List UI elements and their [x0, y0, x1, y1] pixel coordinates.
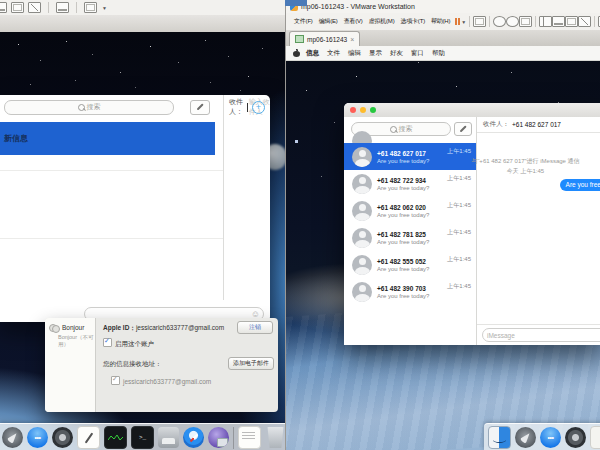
account-status: Bonjour（不可用） [45, 332, 95, 348]
selected-conversation-row[interactable]: 新信息 [0, 122, 215, 155]
add-recipient-button[interactable]: + [252, 101, 265, 114]
checkbox-checked-icon[interactable] [111, 376, 120, 385]
zoom-window-icon[interactable] [370, 107, 376, 113]
conversation-row[interactable]: +61 482 555 052 Are you free today? 上午1:… [344, 251, 476, 278]
screenshot-stage: ▼ 搜索 新信息 [0, 0, 600, 450]
menu-tabs[interactable]: 选项卡(T) [397, 17, 427, 26]
safari-icon[interactable] [183, 427, 204, 448]
message-input[interactable]: iMessage [482, 328, 600, 342]
right-messages-window: 搜索 +61 482 627 017 Are you free today? 上… [344, 103, 600, 345]
library-panel-icon[interactable] [539, 16, 552, 27]
terminal-icon[interactable]: >_ [131, 426, 154, 449]
add-email-button[interactable]: 添加电子邮件 [228, 357, 274, 370]
apple-id-value: jessicarich633777@gmail.com [136, 324, 224, 331]
vm-tab[interactable]: mp06-161243 × [289, 31, 360, 46]
right-vmware-window: mp06-161243 - VMware Workstation 文件(F) 编… [285, 0, 600, 450]
launchpad-icon[interactable] [515, 427, 536, 448]
email-address: jessicarich633777@gmail.com [123, 378, 211, 385]
email-address-row[interactable]: jessicarich633777@gmail.com [111, 376, 211, 385]
utility-app-icon[interactable] [158, 427, 179, 448]
messages-title-bar[interactable] [344, 103, 600, 118]
power-pause-icon[interactable] [455, 18, 460, 25]
partial-dock-icon[interactable] [590, 426, 600, 449]
column-divider [223, 95, 224, 300]
apple-menu-icon[interactable] [293, 49, 300, 57]
window-control-fragment [285, 0, 307, 6]
trash-icon[interactable] [265, 427, 285, 448]
close-tab-icon[interactable]: × [350, 36, 354, 43]
ctrl-alt-del-icon[interactable] [473, 16, 486, 27]
conversation-time: 上午1:45 [447, 201, 471, 210]
unity-icon[interactable] [28, 2, 41, 13]
stretch-guest-icon[interactable] [84, 2, 97, 13]
snapshot-take-icon[interactable] [493, 16, 506, 27]
close-window-icon[interactable] [350, 107, 356, 113]
messages-app-icon[interactable]: ••• [27, 427, 48, 448]
rocket-icon [6, 431, 19, 445]
left-vmware-window: ▼ 搜索 新信息 [0, 0, 285, 450]
menu-edit[interactable]: 编辑(E) [316, 17, 341, 26]
left-dock: ••• >_ [0, 423, 285, 450]
launchpad-icon[interactable] [2, 427, 23, 448]
unity-icon[interactable] [578, 16, 591, 27]
checkbox-checked-icon[interactable] [103, 338, 112, 347]
fullscreen-icon[interactable] [11, 2, 24, 13]
guest-menu-messages[interactable]: 信息 [302, 49, 323, 58]
to-field[interactable]: 收件人： +61 482 627 017 [477, 117, 600, 133]
guest-menu-file[interactable]: 文件 [323, 49, 344, 58]
conversation-row[interactable]: +61 482 390 703 Are you free today? 上午1:… [344, 278, 476, 305]
messages-preferences-window: Bonjour Bonjour（不可用） Apple ID：jessicaric… [45, 318, 278, 412]
conversation-preview: Are you free today? [377, 239, 429, 245]
textedit-icon[interactable] [77, 426, 100, 449]
conversation-number: +61 482 781 825 [377, 231, 429, 238]
rocket-icon [519, 431, 532, 445]
avatar [352, 228, 372, 248]
to-label: 收件人： [229, 97, 246, 117]
right-vm-screen: 信息 文件 编辑 显示 好友 窗口 帮助 搜索 [286, 46, 600, 450]
sign-out-button[interactable]: 注销 [237, 321, 273, 334]
enable-account-row[interactable]: 启用这个账户 [103, 338, 154, 349]
reached-at-label: 您的信息接收地址： [103, 360, 162, 369]
compose-button[interactable] [454, 122, 472, 136]
guest-menu-edit[interactable]: 编辑 [344, 49, 365, 58]
messages-app-icon[interactable]: ••• [540, 427, 561, 448]
dock-separator [233, 427, 234, 449]
search-placeholder: 搜索 [87, 102, 101, 112]
chevron-down-icon[interactable]: ▼ [461, 19, 466, 25]
finder-icon[interactable] [488, 426, 511, 449]
activity-monitor-icon[interactable] [104, 426, 127, 449]
guest-menu-view[interactable]: 显示 [365, 49, 386, 58]
snapshot-manager-icon[interactable] [519, 16, 532, 27]
system-preferences-icon[interactable] [565, 427, 586, 448]
menu-help[interactable]: 帮助(H) [428, 17, 453, 26]
to-label: 收件人： [483, 120, 509, 129]
menu-view[interactable]: 查看(V) [341, 17, 366, 26]
conversation-row[interactable]: +61 482 062 020 Are you free today? 上午1:… [344, 197, 476, 224]
guest-menu-buddies[interactable]: 好友 [386, 49, 407, 58]
thumbnail-bar-icon[interactable] [552, 16, 565, 27]
vmware-menu-bar: 文件(F) 编辑(E) 查看(V) 虚拟机(M) 选项卡(T) 帮助(H) ▼ … [286, 13, 600, 31]
search-icon [78, 104, 85, 111]
snapshot-revert-icon[interactable] [506, 16, 519, 27]
vmware-title-bar[interactable]: mp06-161243 - VMware Workstation [286, 0, 600, 13]
guest-menu-help[interactable]: 帮助 [428, 49, 449, 58]
guest-menu-window[interactable]: 窗口 [407, 49, 428, 58]
vm-screen-icon [295, 35, 304, 43]
fullscreen-icon[interactable] [565, 16, 578, 27]
account-item-bonjour[interactable]: Bonjour [45, 318, 95, 332]
guest-menu-bar: 信息 文件 编辑 显示 好友 窗口 帮助 [286, 46, 600, 61]
menu-vm[interactable]: 虚拟机(M) [366, 17, 398, 26]
chevron-down-icon[interactable]: ▼ [102, 5, 107, 11]
conversation-time: 上午1:45 [447, 228, 471, 237]
network-globe-icon[interactable] [208, 427, 229, 448]
thumbnail-bar-icon[interactable] [0, 2, 7, 13]
compose-button[interactable] [190, 100, 210, 115]
console-view-icon[interactable] [56, 2, 69, 13]
document-stack-icon[interactable] [238, 426, 261, 449]
system-preferences-icon[interactable] [52, 427, 73, 448]
menu-file[interactable]: 文件(F) [291, 17, 316, 26]
minimize-window-icon[interactable] [360, 107, 366, 113]
thread-date: 今天 上午1:45 [437, 167, 600, 176]
search-input[interactable]: 搜索 [4, 100, 174, 115]
conversation-row[interactable]: +61 482 781 825 Are you free today? 上午1:… [344, 224, 476, 251]
